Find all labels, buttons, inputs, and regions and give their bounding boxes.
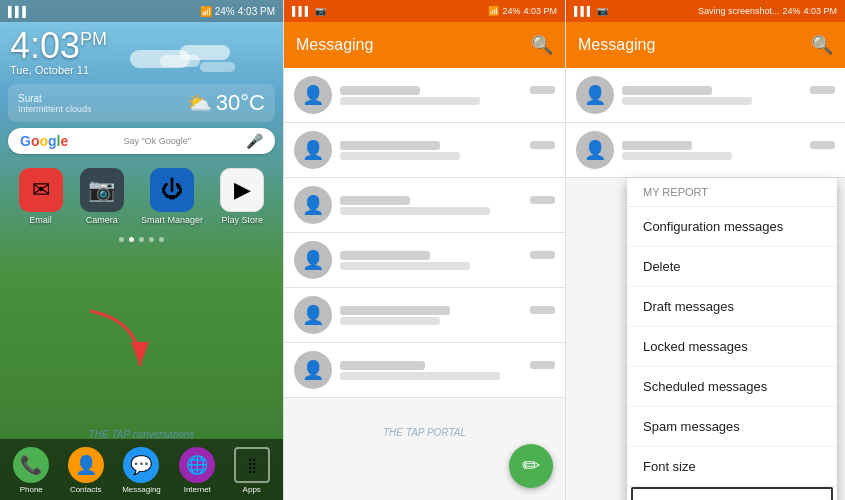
right-status-bar: ▌▌▌ 📷 Saving screenshot... 24% 4:03 PM bbox=[566, 0, 845, 22]
dropdown-settings[interactable]: Settings bbox=[631, 487, 833, 500]
dropdown-delete[interactable]: Delete bbox=[627, 247, 837, 287]
conv-msg-bar bbox=[622, 97, 752, 105]
internet-dock-icon: 🌐 bbox=[179, 447, 215, 483]
contacts-dock-item[interactable]: 👤 Contacts bbox=[68, 447, 104, 494]
conv-name-bar bbox=[340, 306, 450, 315]
apps-dock-item[interactable]: ⣿ Apps bbox=[234, 447, 270, 494]
play-store-icon: ▶ bbox=[220, 168, 264, 212]
conv-time-bar bbox=[530, 361, 555, 369]
right-app-bar: Messaging 🔍 bbox=[566, 22, 845, 68]
smart-manager-icon: ⏻ bbox=[150, 168, 194, 212]
conv-msg-bar bbox=[340, 317, 440, 325]
right-conv-content-2 bbox=[622, 141, 835, 160]
conv-content-5 bbox=[340, 306, 555, 325]
conv-content-6 bbox=[340, 361, 555, 380]
home-watermark: THE TAP conversations bbox=[89, 429, 195, 440]
arrow-annotation bbox=[80, 301, 160, 385]
conv-time-bar bbox=[530, 141, 555, 149]
weather-condition: Intermittent clouds bbox=[18, 104, 92, 114]
status-bar: ▌▌▌ 📶 24% 4:03 PM bbox=[0, 0, 283, 22]
dropdown-menu: MY REPORT Configuration messages Delete … bbox=[627, 178, 837, 500]
time-digits: 4:03 bbox=[10, 25, 80, 66]
conv-time-bar bbox=[810, 86, 835, 94]
msg-status-left: ▌▌▌ 📷 bbox=[292, 6, 326, 16]
msg-time: 4:03 PM bbox=[523, 6, 557, 16]
right-content-area: 👤 👤 bbox=[566, 68, 845, 500]
bottom-dock: 📞 Phone 👤 Contacts 💬 Messaging 🌐 Interne… bbox=[0, 439, 283, 500]
apps-dock-icon: ⣿ bbox=[234, 447, 270, 483]
microphone-icon[interactable]: 🎤 bbox=[246, 133, 263, 149]
conv-name-bar bbox=[340, 141, 440, 150]
dropdown-locked-messages[interactable]: Locked messages bbox=[627, 327, 837, 367]
google-logo: Google bbox=[20, 133, 68, 149]
phone-dock-icon: 📞 bbox=[13, 447, 49, 483]
conv-item-5[interactable]: 👤 bbox=[284, 288, 565, 343]
home-screen: ▌▌▌ 📶 24% 4:03 PM 4:03PM Tue, October 11… bbox=[0, 0, 283, 500]
saving-text: Saving screenshot... bbox=[698, 6, 780, 16]
right-status-right: Saving screenshot... 24% 4:03 PM bbox=[698, 6, 837, 16]
dot-5 bbox=[159, 237, 164, 242]
dot-1 bbox=[119, 237, 124, 242]
right-search-icon[interactable]: 🔍 bbox=[811, 34, 833, 56]
internet-dock-item[interactable]: 🌐 Internet bbox=[179, 447, 215, 494]
dropdown-font-size[interactable]: Font size bbox=[627, 447, 837, 487]
msg-status-right: 📶 24% 4:03 PM bbox=[488, 6, 557, 16]
conv-msg-bar bbox=[340, 152, 460, 160]
dropdown-scheduled-messages[interactable]: Scheduled messages bbox=[627, 367, 837, 407]
conv-item-4[interactable]: 👤 bbox=[284, 233, 565, 288]
conv-item-3[interactable]: 👤 bbox=[284, 178, 565, 233]
weather-widget: Surat Intermittent clouds ⛅ 30°C bbox=[8, 84, 275, 122]
phone-dock-item[interactable]: 📞 Phone bbox=[13, 447, 49, 494]
camera-icon: 📷 bbox=[80, 168, 124, 212]
weather-info: Surat Intermittent clouds bbox=[18, 93, 92, 114]
right-status-left: ▌▌▌ 📷 bbox=[574, 6, 608, 16]
conv-avatar-2: 👤 bbox=[294, 131, 332, 169]
conv-time-bar bbox=[530, 306, 555, 314]
camera-app-icon[interactable]: 📷 Camera bbox=[80, 168, 124, 225]
wifi-icon: 📶 bbox=[200, 6, 212, 17]
email-app-icon[interactable]: ✉ Email bbox=[19, 168, 63, 225]
play-store-app-icon[interactable]: ▶ Play Store bbox=[220, 168, 264, 225]
conv-msg-bar bbox=[340, 97, 480, 105]
google-search-bar[interactable]: Google Say "Ok Google" 🎤 bbox=[8, 128, 275, 154]
conv-item-6[interactable]: 👤 bbox=[284, 343, 565, 398]
signal-icon: ▌▌▌ bbox=[8, 6, 29, 17]
clock-area: 4:03PM Tue, October 11 bbox=[0, 22, 283, 80]
weather-temp-area: ⛅ 30°C bbox=[187, 90, 265, 116]
dropdown-spam-messages[interactable]: Spam messages bbox=[627, 407, 837, 447]
conv-item-2[interactable]: 👤 bbox=[284, 123, 565, 178]
conv-msg-bar bbox=[340, 262, 470, 270]
dropdown-draft-messages[interactable]: Draft messages bbox=[627, 287, 837, 327]
status-left-icons: ▌▌▌ bbox=[8, 6, 29, 17]
dot-3 bbox=[139, 237, 144, 242]
compose-fab[interactable]: ✏ bbox=[509, 444, 553, 488]
right-cam-icon: 📷 bbox=[597, 6, 608, 16]
dot-2 bbox=[129, 237, 134, 242]
conv-avatar-4: 👤 bbox=[294, 241, 332, 279]
conv-msg-bar bbox=[340, 207, 490, 215]
dot-4 bbox=[149, 237, 154, 242]
right-conv-2: 👤 bbox=[566, 123, 845, 178]
right-messaging-title: Messaging bbox=[578, 36, 655, 54]
app-icons-row: ✉ Email 📷 Camera ⏻ Smart Manager ▶ Play … bbox=[0, 160, 283, 233]
right-signal-icon: ▌▌▌ bbox=[574, 6, 593, 16]
msg-battery: 24% bbox=[502, 6, 520, 16]
msg-status-icon: 📷 bbox=[315, 6, 326, 16]
conv-msg-bar bbox=[622, 152, 732, 160]
google-say-label: Say "Ok Google" bbox=[123, 136, 190, 146]
messaging-search-icon[interactable]: 🔍 bbox=[531, 34, 553, 56]
dropdown-configuration-messages[interactable]: Configuration messages bbox=[627, 207, 837, 247]
camera-label: Camera bbox=[86, 215, 118, 225]
time-ampm: PM bbox=[80, 29, 107, 49]
messaging-dock-item[interactable]: 💬 Messaging bbox=[122, 447, 161, 494]
conv-item-1[interactable]: 👤 bbox=[284, 68, 565, 123]
messaging-app-bar: Messaging 🔍 bbox=[284, 22, 565, 68]
conv-avatar-6: 👤 bbox=[294, 351, 332, 389]
home-date: Tue, October 11 bbox=[10, 64, 273, 76]
smart-manager-app-icon[interactable]: ⏻ Smart Manager bbox=[141, 168, 203, 225]
conv-msg-bar bbox=[340, 372, 500, 380]
right-conv-avatar-1: 👤 bbox=[576, 76, 614, 114]
conv-time-bar bbox=[810, 141, 835, 149]
conv-time-bar bbox=[530, 196, 555, 204]
conv-content-2 bbox=[340, 141, 555, 160]
